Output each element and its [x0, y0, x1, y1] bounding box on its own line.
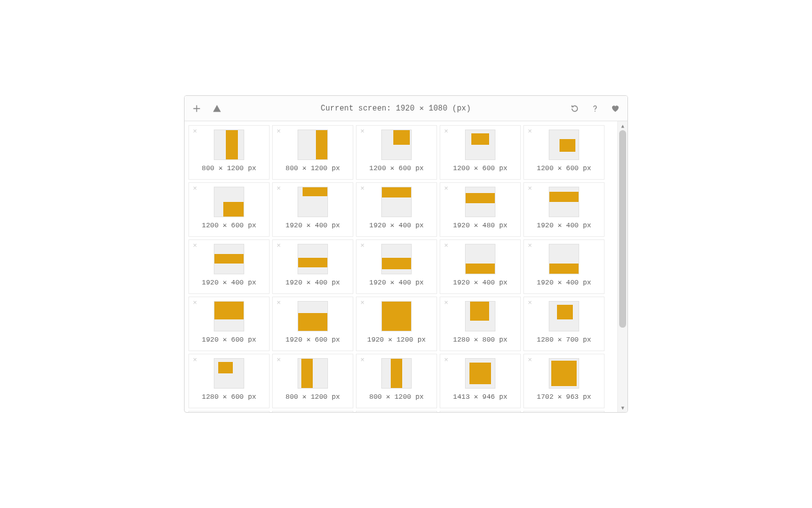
size-card[interactable]: ×1702 ✕ 963 px	[523, 354, 605, 408]
preview-slice	[226, 130, 237, 159]
close-icon[interactable]: ×	[444, 185, 449, 192]
size-card[interactable]: ×1413 ✕ 946 px	[440, 354, 521, 408]
close-icon[interactable]: ×	[528, 243, 532, 250]
preview-thumb	[214, 187, 244, 217]
reload-button[interactable]	[569, 103, 580, 114]
size-label: 1280 ✕ 800 px	[453, 335, 508, 344]
preview-slice	[560, 139, 575, 152]
size-label: 1920 ✕ 400 px	[369, 221, 424, 229]
close-icon[interactable]: ×	[360, 243, 365, 250]
size-card[interactable]: ×800 ✕ 1200 px	[272, 125, 353, 180]
close-icon[interactable]: ×	[444, 243, 449, 250]
preview-thumb	[298, 358, 328, 389]
grid-scroll-area[interactable]: ×800 ✕ 1200 px×800 ✕ 1200 px×1200 ✕ 600 …	[185, 121, 617, 412]
size-label: 1200 ✕ 600 px	[202, 221, 256, 229]
size-card[interactable]: ×1200 ✕ 600 px	[188, 182, 270, 237]
size-card[interactable]: ×1200 ✕ 600 px	[523, 125, 605, 180]
size-label: 1920 ✕ 400 px	[285, 278, 340, 286]
preview-slice	[301, 359, 313, 388]
help-button[interactable]	[589, 103, 601, 114]
size-card[interactable]: ×1920 ✕ 400 px	[523, 239, 605, 294]
preview-slice	[218, 362, 233, 373]
scroll-thumb[interactable]	[619, 130, 626, 328]
reload-icon	[570, 104, 579, 113]
warning-button[interactable]	[211, 103, 223, 114]
size-card[interactable]: ×800 ✕ 1200 px	[272, 354, 353, 408]
close-icon[interactable]: ×	[277, 243, 281, 250]
close-icon[interactable]: ×	[444, 300, 449, 307]
heart-icon	[611, 104, 620, 113]
size-label: 1920 ✕ 1200 px	[367, 335, 426, 344]
preview-thumb	[298, 301, 328, 331]
preview-thumb	[465, 301, 495, 331]
preview-slice	[549, 192, 579, 202]
close-icon[interactable]: ×	[360, 185, 365, 192]
size-card[interactable]: ×1200 ✕ 600 px	[440, 125, 521, 180]
preview-thumb	[381, 187, 412, 217]
close-icon[interactable]: ×	[277, 300, 281, 307]
preview-thumb	[549, 358, 579, 389]
preview-thumb	[549, 130, 579, 160]
preview-slice	[298, 258, 327, 267]
size-card[interactable]: ×1920 ✕ 400 px	[272, 239, 353, 294]
add-button[interactable]	[191, 103, 202, 114]
preview-slice	[214, 302, 244, 319]
size-card[interactable]: ×800 ✕ 1200 px	[188, 125, 270, 180]
close-icon[interactable]: ×	[277, 185, 281, 192]
size-card[interactable]: ×800 ✕ 1200 px	[356, 354, 437, 408]
size-label: 800 ✕ 1200 px	[285, 392, 340, 401]
content-body: ×800 ✕ 1200 px×800 ✕ 1200 px×1200 ✕ 600 …	[185, 121, 627, 412]
size-card[interactable]: ×1200 ✕ 600 px	[356, 125, 437, 180]
size-card[interactable]: ×1920 ✕ 400 px	[356, 182, 437, 237]
preview-thumb	[381, 130, 412, 160]
size-card[interactable]: ×1280 ✕ 800 px	[440, 297, 521, 351]
size-label: 1920 ✕ 400 px	[285, 221, 340, 229]
size-card[interactable]: ×1280 ✕ 700 px	[523, 297, 605, 351]
size-label: 800 ✕ 1200 px	[202, 164, 256, 172]
size-card[interactable]: ×1920 ✕ 480 px	[440, 182, 521, 237]
size-card[interactable]: ×1920 ✕ 400 px	[356, 239, 437, 294]
close-icon[interactable]: ×	[360, 128, 365, 135]
scroll-down-arrow[interactable]: ▾	[618, 403, 627, 412]
vertical-scrollbar[interactable]: ▴ ▾	[617, 121, 627, 412]
close-icon[interactable]: ×	[193, 300, 197, 307]
favorite-button[interactable]	[610, 103, 621, 114]
close-icon[interactable]: ×	[193, 243, 197, 250]
close-icon[interactable]: ×	[528, 300, 532, 307]
close-icon[interactable]: ×	[277, 128, 281, 135]
close-icon[interactable]: ×	[360, 357, 365, 364]
size-card[interactable]: ×1920 ✕ 400 px	[188, 239, 270, 294]
close-icon[interactable]: ×	[528, 128, 532, 135]
plus-icon	[192, 104, 201, 113]
size-grid: ×800 ✕ 1200 px×800 ✕ 1200 px×1200 ✕ 600 …	[188, 125, 617, 412]
size-card[interactable]: ×1920 ✕ 400 px	[523, 182, 605, 237]
size-card[interactable]: ×1920 ✕ 400 px	[440, 239, 521, 294]
close-icon[interactable]: ×	[528, 185, 532, 192]
preview-thumb	[549, 244, 579, 274]
preview-slice	[214, 254, 244, 264]
close-icon[interactable]: ×	[193, 128, 197, 135]
preview-thumb	[381, 244, 412, 274]
preview-thumb	[381, 301, 412, 331]
size-card[interactable]: ×1920 ✕ 600 px	[188, 297, 270, 351]
size-card[interactable]: ×1920 ✕ 400 px	[272, 182, 353, 237]
size-card[interactable]: ×1920 ✕ 1200 px	[356, 297, 437, 351]
size-label: 800 ✕ 1200 px	[285, 164, 340, 172]
preview-thumb	[549, 301, 579, 331]
close-icon[interactable]: ×	[193, 357, 197, 364]
preview-thumb	[298, 187, 328, 217]
size-label: 1280 ✕ 700 px	[537, 335, 591, 344]
preview-slice	[549, 264, 579, 274]
close-icon[interactable]: ×	[444, 357, 449, 364]
close-icon[interactable]: ×	[528, 357, 532, 364]
size-card[interactable]: ×1920 ✕ 600 px	[272, 297, 353, 351]
close-icon[interactable]: ×	[277, 357, 281, 364]
size-label: 1920 ✕ 400 px	[202, 278, 256, 286]
size-card[interactable]: ×1280 ✕ 600 px	[188, 354, 270, 408]
close-icon[interactable]: ×	[193, 185, 197, 192]
close-icon[interactable]: ×	[360, 300, 365, 307]
scroll-up-arrow[interactable]: ▴	[618, 121, 627, 130]
close-icon[interactable]: ×	[444, 128, 449, 135]
preview-thumb	[214, 358, 244, 389]
size-label: 1920 ✕ 400 px	[453, 278, 508, 286]
